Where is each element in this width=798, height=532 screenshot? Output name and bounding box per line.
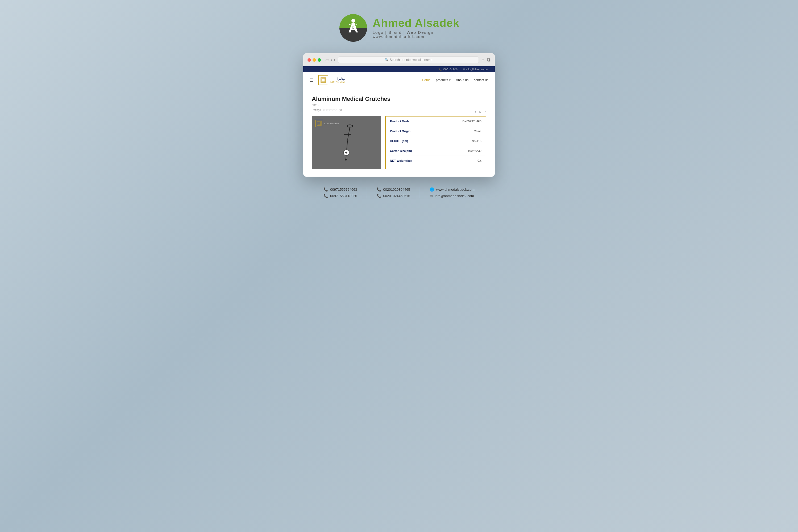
topbar-phone: 📞 +971555666 bbox=[438, 68, 457, 71]
globe-icon: 🌐 bbox=[430, 187, 434, 191]
ratings-row: Ratings ☆☆☆☆☆ (0) f 𝕏 in bbox=[312, 108, 486, 116]
back-icon[interactable]: ‹ bbox=[331, 57, 332, 62]
site-topbar: 📞 +971555666 ✉ info@lotarena.com bbox=[303, 66, 495, 72]
product-hits: Hits: 9 bbox=[312, 103, 486, 107]
traffic-lights bbox=[307, 58, 321, 62]
sidebar-icon[interactable]: ▭ bbox=[325, 57, 329, 62]
phone-icon-4: 📞 bbox=[377, 194, 381, 198]
footer-contact: 📞 00971555724663 📞 00971553118226 📞 0020… bbox=[314, 187, 484, 198]
watermark: LOTANERA bbox=[316, 120, 339, 127]
site-logo: لوتانيرا LOTANERA bbox=[318, 75, 345, 85]
forward-icon[interactable]: › bbox=[334, 57, 335, 62]
footer-phones-1: 📞 00971555724663 📞 00971553118226 bbox=[314, 187, 367, 198]
logo-arabic: لوتانيرا bbox=[330, 77, 345, 81]
svg-point-19 bbox=[345, 158, 347, 160]
phone-icon: 📞 bbox=[438, 68, 441, 71]
browser-actions: ▭ ‹ › bbox=[325, 57, 336, 62]
spec-label-carton: Carton size(cm) bbox=[390, 149, 424, 152]
brand-url: www.ahmedalsadek.com bbox=[373, 35, 460, 39]
spec-value-weight: 0.x bbox=[477, 159, 481, 162]
svg-point-5 bbox=[352, 19, 355, 23]
spec-value-model: DY05937L-RD bbox=[462, 120, 481, 123]
crutch-illustration bbox=[336, 121, 357, 164]
footer-phone-1: 📞 00971555724663 bbox=[323, 187, 357, 191]
phone-number-2: 00971553118226 bbox=[330, 194, 357, 198]
spec-label-origin: Product Origin bbox=[390, 130, 424, 133]
spec-row-model: Product Model DY05937L-RD bbox=[386, 116, 486, 126]
top-branding: A Ahmed Alsadek Logo | Brand | Web Desig… bbox=[339, 13, 460, 42]
footer-phone-3: 📞 00201020304465 bbox=[377, 187, 410, 191]
spec-row-origin: Product Origin China bbox=[386, 126, 486, 136]
spec-value-carton: 100*30*32 bbox=[468, 149, 481, 152]
footer-phone-4: 📞 00201024453516 bbox=[377, 194, 410, 198]
logo-english: LOTANERA bbox=[330, 81, 345, 83]
spec-label-weight: NET Weight(kg) bbox=[390, 159, 424, 162]
hamburger-icon[interactable]: ☰ bbox=[310, 78, 314, 83]
nav-home[interactable]: Home bbox=[422, 78, 431, 82]
search-icon: 🔍 bbox=[385, 58, 388, 62]
product-title: Aluminum Medical Crutches bbox=[312, 95, 486, 102]
footer-website: 🌐 www.ahmedalsadek.com bbox=[430, 187, 475, 191]
footer-email-address: info@ahmedalsadek.com bbox=[435, 194, 474, 198]
spec-row-height: HEIGHT (cm) 95-118 bbox=[386, 136, 486, 146]
twitter-icon[interactable]: 𝕏 bbox=[478, 110, 481, 114]
spec-row-carton: Carton size(cm) 100*30*32 bbox=[386, 146, 486, 156]
social-icons: f 𝕏 in bbox=[475, 110, 486, 114]
svg-rect-12 bbox=[322, 78, 325, 82]
linkedin-icon[interactable]: in bbox=[484, 110, 486, 114]
email-icon: ✉ bbox=[463, 68, 465, 71]
spec-row-weight: NET Weight(kg) 0.x bbox=[386, 156, 486, 166]
brand-logo: A bbox=[339, 13, 368, 42]
nav-products[interactable]: products ▾ bbox=[436, 78, 451, 82]
svg-rect-13 bbox=[317, 121, 321, 126]
facebook-icon[interactable]: f bbox=[475, 110, 476, 114]
address-text: Search or enter website name bbox=[390, 58, 432, 62]
browser-window: ▭ ‹ › 🔍 Search or enter website name + ⧉… bbox=[303, 53, 495, 177]
email-icon-footer: ✉ bbox=[430, 194, 433, 198]
site-navbar: ☰ لوتانيرا LOTANERA Home products ▾ Abou… bbox=[303, 72, 495, 88]
svg-point-20 bbox=[347, 139, 348, 141]
browser-right-actions: + ⧉ bbox=[481, 57, 491, 63]
address-bar[interactable]: 🔍 Search or enter website name bbox=[338, 56, 479, 63]
phone-number-1: 00971555724663 bbox=[330, 188, 357, 191]
footer-web-email: 🌐 www.ahmedalsadek.com ✉ info@ahmedalsad… bbox=[420, 187, 484, 198]
ratings-count: (0) bbox=[339, 109, 342, 111]
svg-rect-14 bbox=[318, 122, 321, 125]
star-rating: ☆☆☆☆☆ bbox=[322, 108, 337, 112]
site-content: Aluminum Medical Crutches Hits: 9 Rating… bbox=[303, 88, 495, 177]
brand-tagline: Logo | Brand | Web Design bbox=[373, 30, 460, 35]
maximize-button[interactable] bbox=[318, 58, 321, 62]
copy-icon[interactable]: ⧉ bbox=[487, 57, 491, 63]
footer-email: ✉ info@ahmedalsadek.com bbox=[430, 194, 475, 198]
minimize-button[interactable] bbox=[312, 58, 316, 62]
product-image: LOTANERA + bbox=[312, 116, 381, 169]
svg-line-16 bbox=[347, 127, 350, 140]
footer-website-url: www.ahmedalsadek.com bbox=[436, 188, 475, 191]
topbar-email: ✉ info@lotarena.com bbox=[463, 68, 488, 71]
spec-label-height: HEIGHT (cm) bbox=[390, 139, 424, 142]
svg-point-15 bbox=[347, 125, 353, 127]
product-ratings: Ratings ☆☆☆☆☆ (0) bbox=[312, 108, 342, 112]
watermark-box bbox=[316, 120, 323, 127]
phone-number-4: 00201024453516 bbox=[383, 194, 410, 198]
new-tab-icon[interactable]: + bbox=[481, 57, 484, 63]
brand-name: Ahmed Alsadek bbox=[373, 17, 460, 29]
product-specs-table: Product Model DY05937L-RD Product Origin… bbox=[385, 116, 486, 169]
spec-label-model: Product Model bbox=[390, 120, 424, 123]
logo-icon bbox=[318, 75, 328, 85]
footer-phones-2: 📞 00201020304465 📞 00201024453516 bbox=[367, 187, 420, 198]
brand-text-block: Ahmed Alsadek Logo | Brand | Web Design … bbox=[373, 17, 460, 39]
nav-contact[interactable]: contact us bbox=[474, 78, 488, 82]
phone-icon-1: 📞 bbox=[323, 187, 328, 191]
spec-value-height: 95-118 bbox=[472, 139, 481, 142]
product-area: LOTANERA + bbox=[312, 116, 486, 169]
nav-links: Home products ▾ About us contact us bbox=[422, 78, 488, 82]
close-button[interactable] bbox=[307, 58, 311, 62]
nav-about[interactable]: About us bbox=[456, 78, 469, 82]
spec-value-origin: China bbox=[474, 130, 481, 133]
browser-chrome: ▭ ‹ › 🔍 Search or enter website name + ⧉ bbox=[303, 53, 495, 66]
add-button[interactable]: + bbox=[343, 150, 349, 156]
ratings-label: Ratings bbox=[312, 109, 321, 111]
phone-icon-3: 📞 bbox=[377, 187, 381, 191]
watermark-text: LOTANERA bbox=[324, 122, 339, 125]
